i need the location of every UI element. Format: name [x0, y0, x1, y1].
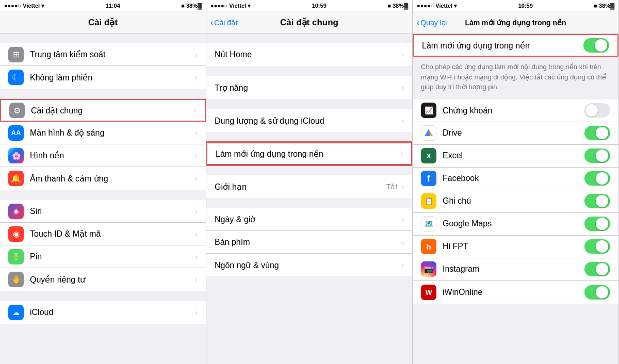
ngay-gio-label: Ngày & giờ — [215, 214, 399, 224]
settings-item-dnd[interactable]: ☾ Không làm phiền › — [0, 66, 206, 89]
settings-item-general[interactable]: ⚙ Cài đặt chung › — [0, 99, 206, 122]
iwinonline-icon: W — [421, 285, 436, 300]
wallpaper-icon: 🌸 — [8, 148, 24, 163]
description: Cho phép các ứng dụng làm mới nội dung t… — [413, 58, 618, 100]
app-item-chung-khoan[interactable]: 📈 Chứng khoán — [413, 100, 618, 122]
privacy-label: Quyền riêng tư — [30, 275, 193, 285]
chung-khoan-label: Chứng khoán — [443, 106, 584, 115]
main-toggle[interactable] — [583, 38, 609, 53]
google-maps-icon: 🗺️ — [421, 216, 436, 231]
facebook-toggle[interactable] — [584, 171, 610, 186]
chevron-icon: › — [195, 129, 198, 137]
general-item-gioi-han[interactable]: Giới hạn Tắt › — [206, 175, 412, 198]
back-button-2[interactable]: ‹ Cài đặt — [210, 18, 238, 27]
battery-2: ■ 38%▓ — [387, 3, 408, 9]
chevron-icon: › — [401, 183, 404, 191]
instagram-toggle[interactable] — [584, 262, 610, 276]
general-item-nut-home[interactable]: Nút Home › — [206, 43, 412, 66]
lam-moi-label: Làm mới ứng dụng trong nền — [216, 149, 398, 159]
chevron-icon: › — [195, 230, 198, 238]
facebook-label: Facebook — [443, 174, 584, 183]
time-3: 10:59 — [518, 3, 533, 9]
settings-item-sounds[interactable]: 🔔 Âm thanh & cảm ứng › — [0, 167, 206, 190]
ghi-chu-toggle[interactable] — [584, 194, 610, 208]
general-item-ngon-ngu[interactable]: Ngôn ngữ & vùng › — [206, 254, 412, 276]
app-item-instagram[interactable]: 📷 Instagram — [413, 258, 618, 281]
refresh-list: Làm mới ứng dụng trong nền Cho phép các … — [413, 34, 618, 364]
general-group-4: Làm mới ứng dụng trong nền › — [206, 142, 412, 165]
excel-icon: X — [421, 148, 436, 163]
control-center-icon: ⊞ — [8, 47, 24, 62]
hi-fpt-label: Hi FPT — [443, 242, 584, 251]
settings-item-display[interactable]: AA Màn hình & độ sáng › — [0, 122, 206, 144]
toggle-knob — [596, 172, 608, 185]
privacy-icon: 🤚 — [8, 272, 24, 287]
settings-item-siri[interactable]: ◉ Siri › — [0, 200, 206, 223]
settings-group-2: ⚙ Cài đặt chung › AA Màn hình & độ sáng … — [0, 99, 206, 190]
touchid-label: Touch ID & Mặt mã — [30, 229, 193, 239]
chevron-icon: › — [195, 51, 198, 59]
tro-nang-label: Trợ năng — [215, 83, 399, 93]
app-item-ghi-chu[interactable]: 📋 Ghi chú — [413, 190, 618, 213]
app-item-excel[interactable]: X Excel — [413, 145, 618, 168]
settings-item-privacy[interactable]: 🤚 Quyền riêng tư › — [0, 268, 206, 291]
main-toggle-group: Làm mới ứng dụng trong nền — [413, 34, 618, 57]
app-item-iwinonline[interactable]: W iWinOnline — [413, 281, 618, 304]
settings-item-control-center[interactable]: ⊞ Trung tâm kiểm soát › — [0, 43, 206, 66]
general-item-tro-nang[interactable]: Trợ năng › — [206, 76, 412, 99]
general-item-dung-luong[interactable]: Dung lượng & sử dụng iCloud › — [206, 109, 412, 132]
iwinonline-toggle[interactable] — [584, 285, 610, 300]
chung-khoan-toggle[interactable] — [584, 103, 610, 118]
toggle-knob — [596, 240, 608, 253]
chevron-icon: › — [195, 174, 198, 183]
touchid-icon: ◉ — [8, 226, 24, 242]
settings-item-icloud[interactable]: ☁ iCloud › — [0, 301, 206, 324]
ban-phim-label: Bàn phím — [215, 238, 399, 247]
settings-item-wallpaper[interactable]: 🌸 Hình nền › — [0, 144, 206, 167]
general-item-ngay-gio[interactable]: Ngày & giờ › — [206, 208, 412, 231]
general-item-ban-phim[interactable]: Bàn phím › — [206, 231, 412, 254]
app-item-google-maps[interactable]: 🗺️ Google Maps — [413, 213, 618, 236]
display-icon: AA — [8, 125, 24, 141]
excel-label: Excel — [443, 151, 584, 160]
settings-item-touchid[interactable]: ◉ Touch ID & Mặt mã › — [0, 223, 206, 245]
nav-bar-3: ‹ Quay lại Làm mới ứng dụng trong nền — [413, 11, 618, 34]
drive-toggle[interactable] — [584, 126, 610, 140]
apps-group: 📈 Chứng khoán Drive X Excel — [413, 100, 618, 304]
toggle-knob — [596, 286, 608, 299]
toggle-knob — [585, 104, 598, 117]
facebook-icon: f — [421, 171, 436, 186]
general-item-lam-moi[interactable]: Làm mới ứng dụng trong nền › — [206, 142, 412, 165]
time-2: 10:59 — [312, 3, 327, 9]
hi-fpt-toggle[interactable] — [584, 239, 610, 254]
control-center-label: Trung tâm kiểm soát — [30, 49, 193, 59]
chevron-icon: › — [195, 152, 198, 160]
sounds-icon: 🔔 — [8, 171, 24, 186]
ngon-ngu-label: Ngôn ngữ & vùng — [215, 260, 399, 270]
siri-icon: ◉ — [8, 204, 24, 219]
back-chevron-3: ‹ — [417, 18, 419, 27]
app-item-facebook[interactable]: f Facebook — [413, 168, 618, 190]
ghi-chu-icon: 📋 — [421, 193, 436, 209]
excel-toggle[interactable] — [584, 148, 610, 163]
chevron-icon: › — [401, 51, 404, 59]
google-maps-toggle[interactable] — [584, 217, 610, 231]
app-item-hi-fpt[interactable]: h Hi FPT — [413, 236, 618, 258]
wallpaper-label: Hình nền — [30, 151, 193, 160]
toggle-knob — [595, 39, 607, 52]
back-button-3[interactable]: ‹ Quay lại — [417, 18, 448, 27]
settings-item-battery[interactable]: 🔋 Pin › — [0, 245, 206, 268]
panel-settings: ●●●●○ Viettel ▾ 11:04 ■ 38%▓ Cài đặt ⊞ T… — [0, 0, 206, 364]
instagram-icon: 📷 — [421, 261, 436, 277]
app-item-drive[interactable]: Drive — [413, 122, 618, 145]
settings-list: ⊞ Trung tâm kiểm soát › ☾ Không làm phiề… — [0, 34, 206, 364]
signal-2: ●●●●○ Viettel ▾ — [210, 3, 251, 9]
chevron-icon: › — [401, 84, 404, 92]
drive-label: Drive — [443, 128, 584, 138]
nav-bar-1: Cài đặt — [0, 11, 206, 34]
toggle-knob — [596, 218, 608, 230]
chevron-icon: › — [195, 73, 198, 81]
nut-home-label: Nút Home — [215, 50, 399, 59]
google-maps-label: Google Maps — [443, 219, 584, 228]
signal-3: ●●●●○ Viettel ▾ — [417, 3, 457, 9]
